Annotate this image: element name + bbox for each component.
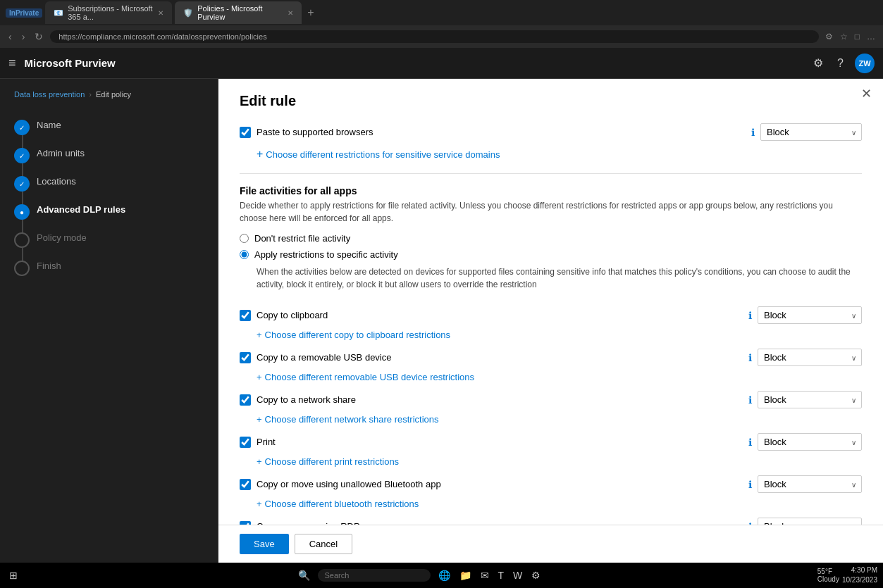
cancel-button[interactable]: Cancel [295,534,352,554]
copy-network-add-link[interactable]: + Choose different network share restric… [257,413,862,426]
radio-apply-restrictions-label: Apply restrictions to specific activity [254,249,398,260]
taskbar-teams-icon[interactable]: T [495,568,508,583]
radio-dont-restrict-input[interactable] [240,234,249,243]
radio-apply-restrictions[interactable]: Apply restrictions to specific activity [240,249,862,260]
print-add-link[interactable]: + Choose different print restrictions [257,455,862,468]
start-button[interactable]: ⊞ [6,568,21,583]
taskbar-settings-icon[interactable]: ⚙ [528,568,544,583]
paste-browsers-checkbox[interactable] [240,127,251,138]
copy-clipboard-dropdown[interactable]: Block Audit only Block with override [758,306,862,324]
forward-button[interactable]: › [19,30,28,44]
app-settings-icon[interactable]: ⚙ [810,54,826,73]
bluetooth-add-icon: + [257,499,262,509]
taskbar-apps: 🌐 📁 ✉ T W ⚙ [435,568,545,583]
bluetooth-info-icon[interactable]: ℹ [748,479,752,490]
step-policy-mode[interactable]: Policy mode [14,231,204,248]
copy-usb-dropdown[interactable]: Block Audit only Block with override [758,349,862,366]
step-finish[interactable]: Finish [14,259,204,276]
tab2-close[interactable]: ✕ [288,9,293,17]
add-different-restrictions-link[interactable]: + Choose different restrictions for sens… [257,146,862,162]
breadcrumb-parent[interactable]: Data loss prevention [14,90,85,99]
save-button[interactable]: Save [240,534,289,554]
copy-network-dropdown-wrapper: Block Audit only Block with override [758,391,862,408]
step-locations[interactable]: ✓ Locations [14,175,204,192]
breadcrumb-separator: › [89,90,92,99]
hamburger-menu-icon[interactable]: ≡ [8,56,16,70]
copy-clipboard-checkbox[interactable] [240,310,251,321]
browser-nav: ‹ › ↻ ⚙ ☆ □ … [0,25,883,48]
copy-clipboard-label: Copy to clipboard [257,310,743,320]
step-label-admin: Admin units [37,146,85,158]
content-scroll[interactable]: Edit rule Paste to supported browsers ℹ … [218,79,883,563]
tab1-favicon: 📧 [54,8,63,18]
step-label-advanced: Advanced DLP rules [37,203,125,215]
taskbar-edge-icon[interactable]: 🌐 [435,568,454,583]
print-dropdown[interactable]: Block Audit only Block with override [758,433,862,451]
tab2-label: Policies - Microsoft Purview [197,4,283,21]
add-icon: + [257,148,263,161]
copy-clipboard-add-link[interactable]: + Choose different copy to clipboard res… [257,328,862,342]
step-circle-name: ✓ [14,120,30,135]
collections-icon[interactable]: □ [853,30,862,43]
copy-usb-info-icon[interactable]: ℹ [748,352,752,363]
file-activities-desc: Decide whether to apply restrictions for… [240,199,862,225]
radio-apply-restrictions-input[interactable] [240,250,249,259]
activity-copy-clipboard-row: Copy to clipboard ℹ Block Audit only Blo… [240,302,862,328]
close-button[interactable]: ✕ [861,86,872,101]
user-avatar[interactable]: ZW [855,54,875,73]
print-dropdown-wrapper: Block Audit only Block with override [758,433,862,451]
print-add-icon: + [257,456,262,467]
help-icon[interactable]: ? [834,54,846,73]
sidebar: Data loss prevention › Edit policy ✓ Nam… [0,79,218,563]
tab1-label: Subscriptions - Microsoft 365 a... [68,4,154,21]
browser-menu-icon[interactable]: … [865,30,877,43]
section-divider-1 [240,173,862,174]
taskbar-search-input[interactable] [318,569,431,582]
step-label-policy: Policy mode [37,231,87,243]
paste-browsers-dropdown[interactable]: Block Audit only Block with override [760,123,862,141]
activity-copy-usb-row: Copy to a removable USB device ℹ Block A… [240,344,862,370]
taskbar-mail-icon[interactable]: ✉ [477,568,493,583]
copy-network-checkbox[interactable] [240,394,251,406]
radio-dont-restrict[interactable]: Don't restrict file activity [240,233,862,244]
step-advanced-dlp[interactable]: ● Advanced DLP rules [14,203,204,220]
main-layout: Data loss prevention › Edit policy ✓ Nam… [0,79,883,563]
app-header: ≡ Microsoft Purview ⚙ ? ZW [0,48,883,79]
bluetooth-add-link[interactable]: + Choose different bluetooth restriction… [257,497,862,511]
bluetooth-dropdown-wrapper: Block Audit only Block with override [758,475,862,493]
bluetooth-checkbox[interactable] [240,479,251,490]
bluetooth-dropdown[interactable]: Block Audit only Block with override [758,475,862,493]
print-add-label: Choose different print restrictions [265,456,400,467]
copy-network-info-icon[interactable]: ℹ [748,394,752,406]
nav-icons: ⚙ ☆ □ … [823,30,877,43]
browser-tab-1[interactable]: 📧 Subscriptions - Microsoft 365 a... ✕ [45,1,172,24]
copy-network-dropdown[interactable]: Block Audit only Block with override [758,391,862,408]
file-activities-title: File activities for all apps [240,185,862,196]
address-bar[interactable] [50,30,818,43]
browser-tab-2[interactable]: 🛡️ Policies - Microsoft Purview ✕ [175,1,302,24]
taskbar-word-icon[interactable]: W [510,568,526,583]
step-label-name: Name [37,118,61,130]
sidebar-steps: ✓ Name ✓ Admin units ✓ Locations ● Advan… [0,107,218,299]
app-title: Microsoft Purview [25,57,116,69]
copy-network-label: Copy to a network share [257,394,743,405]
step-admin-units[interactable]: ✓ Admin units [14,146,204,163]
favorites-icon[interactable]: ☆ [838,30,850,43]
extensions-icon[interactable]: ⚙ [823,30,835,43]
copy-clipboard-info-icon[interactable]: ℹ [748,310,752,321]
activity-print-block: Print ℹ Block Audit only Block with over… [240,429,862,468]
copy-clipboard-add-label: Choose different copy to clipboard restr… [265,330,451,340]
paste-browsers-info-icon[interactable]: ℹ [751,127,755,138]
new-tab-button[interactable]: + [304,6,316,19]
back-button[interactable]: ‹ [6,30,15,44]
copy-usb-add-link[interactable]: + Choose different removable USB device … [257,370,862,384]
step-name[interactable]: ✓ Name [14,118,204,135]
tab1-close[interactable]: ✕ [158,9,163,17]
breadcrumb: Data loss prevention › Edit policy [0,90,218,107]
bluetooth-label: Copy or move using unallowed Bluetooth a… [257,479,743,489]
copy-usb-checkbox[interactable] [240,352,251,363]
refresh-button[interactable]: ↻ [32,30,46,44]
print-info-icon[interactable]: ℹ [748,437,752,448]
print-checkbox[interactable] [240,437,251,448]
taskbar-explorer-icon[interactable]: 📁 [456,568,475,583]
